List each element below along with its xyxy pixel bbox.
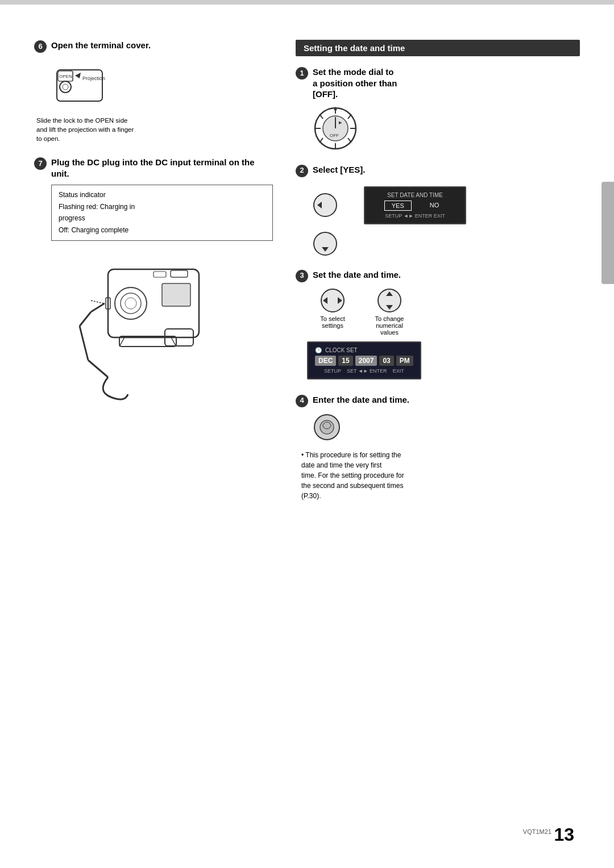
joystick-enter-svg [313, 413, 341, 441]
step-1-text: Set the mode dial to a position other th… [313, 66, 580, 100]
svg-point-8 [121, 293, 141, 314]
step-3-number: 3 [296, 270, 308, 282]
step-2-controls: SET DATE AND TIME YES NO SETUP ◄► ENTER … [313, 183, 580, 228]
svg-point-4 [60, 81, 71, 93]
step-6-title: 6 Open the terminal cover. [34, 40, 273, 53]
svg-point-5 [63, 84, 68, 90]
right-tab-decoration [601, 182, 614, 284]
step-7-title: 7 Plug the DC plug into the DC input ter… [34, 157, 273, 179]
step-4: 4 Enter the date and time. • This proced… [296, 394, 580, 501]
step-1-number: 1 [296, 67, 308, 80]
svg-line-31 [320, 114, 323, 119]
step-4-title: 4 Enter the date and time. [296, 394, 580, 407]
hour-field: 03 [379, 356, 393, 366]
left-column: 6 Open the terminal cover. OPEN [34, 40, 273, 512]
clock-bottom-help: SETUP SET ◄► ENTER EXIT [315, 368, 413, 374]
step-6-text: Open the terminal cover. [51, 40, 273, 51]
step-7-number: 7 [34, 157, 47, 170]
right-column: Setting the date and time 1 Set the mode… [296, 40, 580, 512]
svg-text:OPEN: OPEN [59, 74, 72, 79]
step-2: 2 Select [YES]. SET DATE AND TIME YES [296, 164, 580, 258]
svg-line-14 [91, 303, 105, 312]
off-charging-text: Off: Charging complete [59, 225, 265, 236]
ud-arrow-svg [375, 288, 404, 313]
clock-setup-text: SETUP [324, 368, 341, 374]
svg-line-17 [88, 360, 108, 377]
change-values-arrow: To change numerical values [370, 288, 409, 336]
page-number-area: 13 [554, 824, 574, 845]
mode-dial-svg: OFF ▶ [313, 106, 358, 151]
step-1: 1 Set the mode dial to a position other … [296, 66, 580, 153]
yes-button: YES [384, 201, 412, 211]
clock-exit-text: EXIT [393, 368, 404, 374]
svg-line-16 [80, 326, 88, 360]
vqt-code: VQT1M21 [523, 828, 551, 835]
step-3-title: 3 Set the date and time. [296, 269, 580, 282]
step-2-title: 2 Select [YES]. [296, 164, 580, 177]
clock-enter-text: SET ◄► ENTER [347, 368, 387, 374]
mode-dial-illustration: OFF ▶ [313, 106, 580, 153]
step-6-instruction: Slide the lock to the OPEN side and lift… [36, 116, 273, 143]
to-select-label: To select settings [313, 315, 352, 329]
svg-line-25 [348, 114, 351, 119]
step-1-title: 1 Set the mode dial to a position other … [296, 66, 580, 100]
svg-point-9 [125, 298, 136, 309]
svg-line-27 [348, 138, 351, 143]
svg-text:OFF: OFF [330, 133, 339, 138]
step-3-arrows: To select settings To change numerical v… [313, 288, 580, 336]
page-number: 13 [554, 824, 574, 845]
projection-label-text: Projection [82, 76, 105, 81]
status-indicator-box: Status indicator Flashing red: Charging … [51, 185, 273, 241]
yes-no-buttons: YES NO [372, 201, 458, 211]
svg-rect-12 [162, 283, 190, 306]
clock-set-screen: 🕐 CLOCK SET DEC 15 2007 03 PM SETUP SET … [307, 341, 421, 379]
note-text: • This procedure is for setting the date… [301, 450, 580, 501]
flashing-red-text: Flashing red: Charging in progress [59, 202, 265, 223]
lr-arrow-svg [318, 288, 347, 313]
step-7-text: Plug the DC plug into the DC input termi… [51, 157, 273, 179]
terminal-cover-illustration: OPEN Projection [51, 59, 273, 111]
terminal-cover-svg: OPEN Projection [51, 59, 125, 110]
step-2-text: Select [YES]. [313, 164, 580, 176]
svg-point-46 [320, 420, 334, 434]
svg-rect-10 [171, 270, 188, 277]
svg-line-29 [320, 138, 323, 143]
main-content: 6 Open the terminal cover. OPEN [34, 40, 580, 512]
step-4-joystick [313, 413, 580, 443]
step-4-text: Enter the date and time. [313, 394, 580, 406]
clock-set-title: CLOCK SET [325, 347, 358, 353]
top-bar-decoration [0, 0, 614, 5]
year-field: 2007 [355, 356, 377, 366]
clock-set-title-bar: 🕐 CLOCK SET [315, 347, 413, 353]
status-indicator-label: Status indicator [59, 190, 265, 201]
joystick-left-svg [313, 193, 338, 218]
step-4-number: 4 [296, 395, 308, 407]
step-2-down-joystick [313, 231, 580, 258]
screen-bottom-help: SETUP ◄► ENTER EXIT [372, 213, 458, 219]
step-3: 3 Set the date and time. To select setti… [296, 269, 580, 383]
page-container: 6 Open the terminal cover. OPEN [0, 0, 614, 868]
ampm-field: PM [396, 356, 413, 366]
step-6: 6 Open the terminal cover. OPEN [34, 40, 273, 143]
joystick-down-svg [313, 231, 338, 256]
step-2-number: 2 [296, 165, 308, 177]
step-6-number: 6 [34, 40, 47, 53]
step-7: 7 Plug the DC plug into the DC input ter… [34, 157, 273, 407]
section-title-text: Setting the date and time [304, 43, 405, 53]
no-button: NO [423, 201, 446, 211]
section-header: Setting the date and time [296, 40, 580, 56]
select-settings-arrow: To select settings [313, 288, 352, 336]
clock-icon: 🕐 [315, 347, 322, 353]
yes-no-screen: SET DATE AND TIME YES NO SETUP ◄► ENTER … [364, 186, 466, 224]
svg-point-7 [115, 287, 147, 319]
day-field: 15 [338, 356, 352, 366]
svg-line-15 [80, 312, 91, 326]
step-3-text: Set the date and time. [313, 269, 580, 281]
to-change-label: To change numerical values [370, 315, 409, 336]
camera-plug-svg [74, 247, 233, 406]
set-date-time-title: SET DATE AND TIME [372, 192, 458, 198]
clock-date-row: DEC 15 2007 03 PM [315, 356, 413, 366]
svg-rect-11 [154, 272, 166, 277]
dec-field: DEC [315, 356, 336, 366]
camera-plug-illustration [34, 247, 273, 407]
